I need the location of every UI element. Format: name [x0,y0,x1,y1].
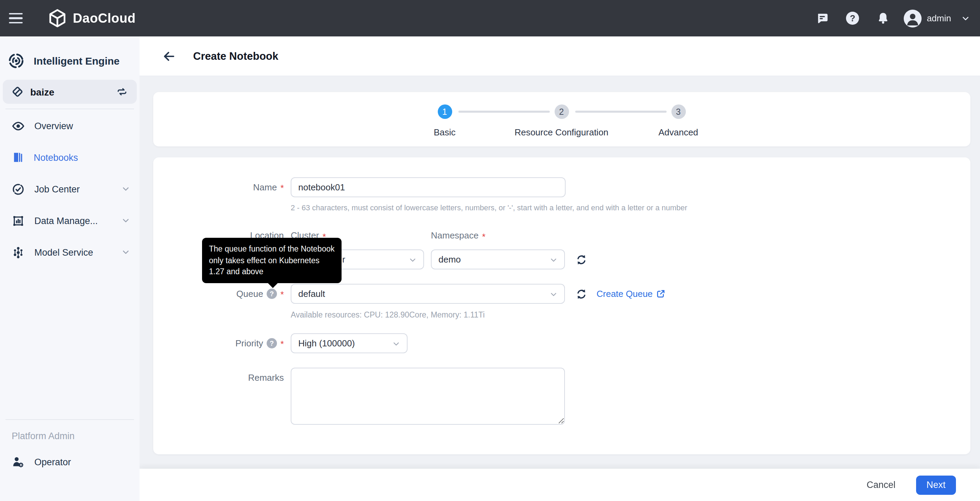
step-label: Resource Configuration [513,127,609,137]
app-root: DaoCloud ? admin [0,0,980,501]
switch-workspace-icon[interactable] [116,86,128,98]
sidebar-item-label: Data Manage... [34,215,98,226]
avatar [904,9,921,27]
queue-select[interactable]: default [291,284,565,304]
chevron-down-icon [549,290,558,299]
chevron-down-icon [961,13,970,23]
namespace-label: Namespace* [431,230,485,242]
brand[interactable]: DaoCloud [48,9,136,27]
user-menu[interactable]: admin [904,9,970,27]
name-input[interactable] [291,177,566,197]
sidebar-item-operator[interactable]: Operator [0,446,140,478]
step-number: 2 [554,105,569,119]
content: 1 Basic 2 Resource Configuration 3 Advan… [140,76,980,469]
available-resources-text: Available resources: CPU: 128.90Core, Me… [291,311,485,319]
page-header: Create Notebook [140,37,980,76]
namespace-select[interactable]: demo [431,250,565,269]
chevron-down-icon [121,216,130,226]
sidebar-bottom: Platform Admin Operator [0,419,140,478]
workspace-name: baize [30,86,54,97]
sidebar-item-job-center[interactable]: Job Center [0,173,140,205]
sidebar-item-label: Notebooks [34,152,78,162]
next-button[interactable]: Next [916,475,956,495]
product-header: Intelligent Engine [0,37,140,69]
daocloud-logo-icon [48,9,67,27]
step-number: 1 [438,105,452,119]
operator-icon [12,455,25,468]
queue-label: Queue ? * [153,284,284,304]
brand-name: DaoCloud [73,11,136,26]
chevron-down-icon [121,247,130,257]
queue-tooltip: The queue function of the Notebook only … [202,238,342,283]
refresh-namespace-icon[interactable] [575,254,588,266]
hamburger-menu-icon[interactable] [9,13,23,24]
step-resource-configuration[interactable]: 2 Resource Configuration [513,105,609,137]
message-icon[interactable] [807,11,837,25]
external-link-icon [656,289,665,298]
user-name: admin [927,13,951,23]
back-arrow-icon[interactable] [162,49,176,63]
chevron-down-icon [392,339,401,348]
chevron-down-icon [408,256,417,265]
section-label: Platform Admin [0,420,140,441]
footer-action-bar: Cancel Next [140,469,980,501]
name-helper-text: 2 - 63 characters, must consist of lower… [291,204,687,212]
name-label: Name* [153,177,284,197]
help-icon[interactable]: ? [837,12,868,25]
cancel-button[interactable]: Cancel [867,480,896,490]
required-asterisk: * [280,339,284,349]
sidebar-item-label: Overview [34,121,73,131]
sidebar-item-label: Job Center [34,184,80,194]
step-number: 3 [671,105,686,119]
book-icon [12,151,24,164]
remarks-label: Remarks [153,368,284,388]
priority-label: Priority ? * [153,333,284,353]
cluster-select-value: r [342,254,345,265]
sidebar: Intelligent Engine baize Overview [0,37,140,501]
queue-select-value: default [298,289,325,299]
sidebar-item-model-service[interactable]: Model Service [0,236,140,268]
stepper: 1 Basic 2 Resource Configuration 3 Advan… [153,92,970,146]
sidebar-item-label: Model Service [34,247,93,258]
required-asterisk: * [280,289,284,300]
priority-select[interactable]: High (100000) [291,333,407,353]
nodes-icon [12,246,25,259]
notifications-bell-icon[interactable] [868,11,898,25]
priority-select-value: High (100000) [298,338,355,348]
data-chart-icon [12,214,25,227]
sidebar-item-notebooks[interactable]: Notebooks [0,142,140,173]
chevron-down-icon [121,184,130,194]
step-label: Basic [396,127,493,137]
sidebar-item-data-management[interactable]: Data Manage... [0,205,140,236]
workspace-selector[interactable]: baize [3,80,137,104]
circle-check-icon [12,183,25,196]
required-asterisk: * [280,183,284,193]
page-title: Create Notebook [193,50,278,62]
required-asterisk: * [482,232,485,242]
priority-help-icon[interactable]: ? [267,338,277,348]
refresh-queue-icon[interactable] [575,288,588,300]
sidebar-menu: Overview Notebooks Job Center [0,110,140,268]
step-label: Advanced [630,127,726,137]
sidebar-divider [5,108,134,109]
workspace-icon [12,86,23,98]
sidebar-item-overview[interactable]: Overview [0,110,140,142]
intelligent-engine-icon [8,52,25,69]
basic-form: Name* 2 - 63 characters, must consist of… [153,157,970,454]
eye-icon [12,120,25,132]
step-basic[interactable]: 1 Basic [396,105,493,137]
topbar-right: ? admin [807,9,970,27]
chevron-down-icon [549,256,558,265]
topbar: DaoCloud ? admin [0,0,980,37]
remarks-textarea[interactable] [291,368,565,425]
product-name: Intelligent Engine [34,55,119,67]
create-queue-link[interactable]: Create Queue [597,284,665,304]
queue-help-icon[interactable]: ? [267,289,277,299]
sidebar-item-label: Operator [34,456,71,467]
namespace-select-value: demo [439,254,461,265]
step-advanced[interactable]: 3 Advanced [630,105,726,137]
main-area: Create Notebook 1 Basic 2 Resource Confi… [140,37,980,501]
